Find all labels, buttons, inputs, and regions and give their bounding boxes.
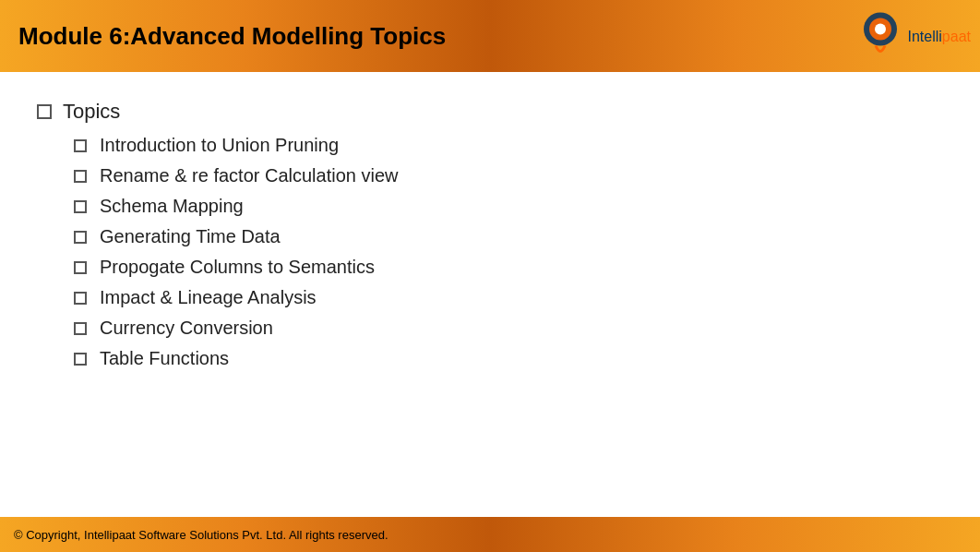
item-text: Propogate Columns to Semantics (100, 257, 375, 278)
list-item: Generating Time Data (74, 226, 943, 247)
main-content: Topics Introduction to Union Pruning Ren… (0, 72, 980, 506)
svg-point-2 (875, 24, 886, 35)
list-item: Impact & Lineage Analysis (74, 287, 943, 308)
item-bullet (74, 292, 87, 305)
item-bullet (74, 200, 87, 213)
list-item: Currency Conversion (74, 318, 943, 339)
topics-header: Topics (37, 100, 943, 124)
item-text: Rename & re factor Calculation view (100, 165, 398, 186)
item-text: Schema Mapping (100, 196, 244, 217)
topics-bullet (37, 104, 52, 119)
list-item: Introduction to Union Pruning (74, 135, 943, 156)
page-title: Module 6:Advanced Modelling Topics (18, 22, 446, 51)
item-bullet (74, 322, 87, 335)
item-text: Generating Time Data (100, 226, 281, 247)
item-bullet (74, 170, 87, 183)
logo-area: Intellipaat (857, 11, 972, 62)
footer: © Copyright, Intellipaat Software Soluti… (0, 517, 980, 552)
top-bar: Module 6:Advanced Modelling Topics Intel… (0, 0, 980, 72)
list-item: Table Functions (74, 348, 943, 369)
list-item: Schema Mapping (74, 196, 943, 217)
item-bullet (74, 261, 87, 274)
item-text: Introduction to Union Pruning (100, 135, 339, 156)
logo-text: Intellipaat (908, 28, 972, 44)
footer-text: © Copyright, Intellipaat Software Soluti… (14, 528, 388, 542)
topics-section: Topics Introduction to Union Pruning Ren… (37, 100, 943, 369)
logo-intelli: Intelli (908, 28, 942, 43)
item-bullet (74, 353, 87, 366)
topics-list: Introduction to Union Pruning Rename & r… (37, 135, 943, 369)
topics-label: Topics (63, 100, 120, 124)
logo-paat: paat (942, 28, 971, 43)
item-text: Currency Conversion (100, 318, 273, 339)
item-text: Impact & Lineage Analysis (100, 287, 317, 308)
list-item: Rename & re factor Calculation view (74, 165, 943, 186)
list-item: Propogate Columns to Semantics (74, 257, 943, 278)
item-bullet (74, 139, 87, 152)
item-text: Table Functions (100, 348, 229, 369)
logo-icon (857, 11, 903, 62)
item-bullet (74, 231, 87, 244)
